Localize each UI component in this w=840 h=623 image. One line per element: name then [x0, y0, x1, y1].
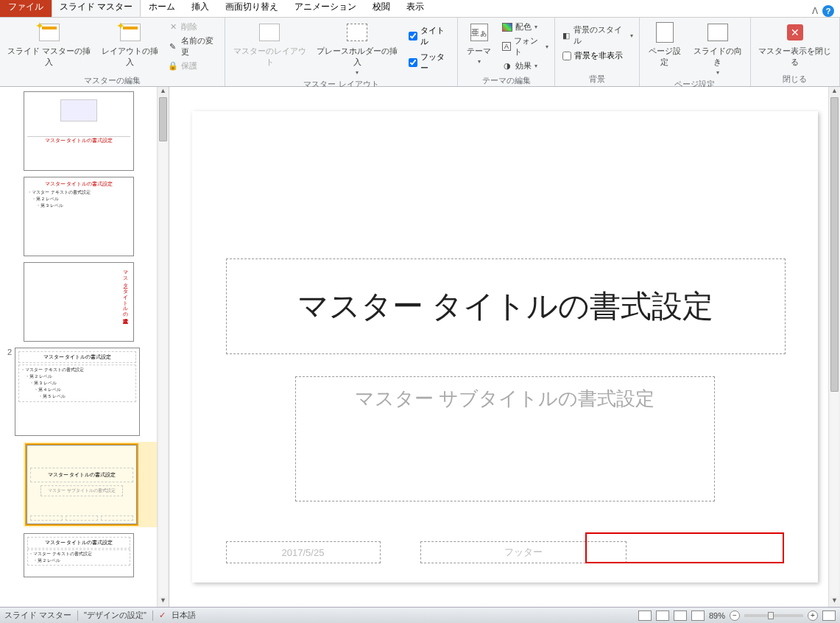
slide-number-placeholder[interactable]: [585, 532, 784, 563]
date-text: 2017/5/25: [282, 547, 325, 558]
thumb-body: ・マスター テキストの書式設定 ・第 2 レベル: [27, 549, 130, 566]
background-style-icon: ◧: [561, 30, 571, 41]
page-setup-button[interactable]: ページ設定: [643, 19, 687, 69]
thumbnail-master-2[interactable]: 2 マスター タイトルの書式設定 ・マスター テキストの書式設定 ・第 2 レベ…: [4, 348, 164, 436]
close-master-view-label: マスター表示を閉じる: [757, 46, 833, 68]
scroll-up-icon[interactable]: ▲: [829, 87, 840, 97]
theme-label: テーマ: [467, 46, 491, 57]
scroll-up-icon[interactable]: ▲: [158, 87, 169, 97]
colors-icon: [502, 23, 512, 32]
insert-placeholder-button[interactable]: プレースホルダーの挿入 ▾: [312, 19, 402, 77]
footer-checkbox-label: フッター: [420, 52, 450, 74]
page-setup-label: ページ設定: [646, 46, 684, 68]
tab-view[interactable]: 表示: [398, 0, 432, 17]
thumb-title: マスター タイトルの書式設定: [30, 468, 133, 482]
tab-file[interactable]: ファイル: [0, 0, 52, 17]
zoom-in-button[interactable]: +: [808, 610, 818, 621]
hide-background-checkbox[interactable]: 背景を非表示: [560, 49, 634, 63]
group-theme-edit: 亜ぁ テーマ ▾ 配色▾ Aフォント▾ ◑効果▾ テーマの編集: [458, 18, 555, 86]
canvas-scrollbar[interactable]: ▲ ▼: [828, 87, 840, 607]
thumbnail-master-1[interactable]: マスター タイトルの書式設定: [24, 91, 164, 171]
colors-button[interactable]: 配色▾: [501, 21, 550, 33]
group-page-setup: ページ設定 スライドの向き ▾ ページ設定: [640, 18, 751, 86]
title-checkbox-label: タイトル: [420, 25, 450, 47]
zoom-level[interactable]: 89%: [709, 611, 725, 620]
help-icon[interactable]: ?: [822, 5, 834, 17]
thumb-image-ph: [60, 99, 97, 122]
insert-layout-button[interactable]: レイアウトの挿入: [96, 19, 163, 69]
effects-button[interactable]: ◑効果▾: [501, 60, 550, 72]
subtitle-text: マスター サブタイトルの書式設定: [355, 386, 654, 412]
thumbnail-layout-2[interactable]: マスタータイトルの書式設定: [24, 262, 164, 342]
master-layout-button: マスターのレイアウト: [228, 19, 311, 69]
insert-placeholder-label: プレースホルダーの挿入: [315, 46, 399, 68]
main-area: マスター タイトルの書式設定 マスター タイトルの書式設定 ・マスター テキスト…: [0, 87, 840, 607]
tab-home[interactable]: ホーム: [141, 0, 183, 17]
chevron-down-icon: ▾: [546, 43, 548, 50]
insert-slide-master-button[interactable]: スライド マスターの挿入: [3, 19, 95, 69]
close-icon: ✕: [787, 24, 803, 41]
colors-label: 配色: [515, 21, 532, 32]
placeholder-icon: [347, 24, 367, 41]
zoom-slider[interactable]: [744, 614, 803, 617]
layout-icon: [120, 24, 141, 41]
group-label-edit-master: マスターの編集: [3, 74, 222, 88]
chevron-down-icon: ▾: [534, 24, 537, 30]
reading-view-button[interactable]: [674, 610, 687, 621]
delete-button[interactable]: ✕削除: [166, 21, 220, 33]
effects-icon: ◑: [502, 61, 512, 71]
slideshow-view-button[interactable]: [691, 610, 705, 621]
title-checkbox[interactable]: タイトル: [406, 24, 453, 49]
rename-button[interactable]: ✎名前の変更: [166, 35, 220, 58]
scroll-down-icon[interactable]: ▼: [158, 596, 169, 607]
rename-icon: ✎: [168, 41, 177, 52]
tab-transition[interactable]: 画面切り替え: [217, 0, 286, 17]
minimize-ribbon-icon[interactable]: ᐱ: [812, 6, 818, 16]
master-layout-label: マスターのレイアウト: [231, 46, 308, 68]
theme-button[interactable]: 亜ぁ テーマ ▾: [461, 19, 498, 66]
tab-animation[interactable]: アニメーション: [286, 0, 364, 17]
subtitle-placeholder[interactable]: マスター サブタイトルの書式設定: [295, 376, 715, 501]
insert-layout-label: レイアウトの挿入: [99, 46, 160, 68]
preserve-button[interactable]: 🔒保護: [166, 60, 220, 72]
status-language[interactable]: 日本語: [172, 610, 196, 621]
thumbnail-layout-1[interactable]: マスター タイトルの書式設定 ・マスター テキストの書式設定 ・第 2 レベル …: [24, 177, 164, 256]
sorter-view-button[interactable]: [656, 610, 669, 621]
tab-slide-master[interactable]: スライド マスター: [52, 0, 141, 17]
zoom-out-button[interactable]: −: [730, 610, 740, 621]
status-bar: スライド マスター "デザインの設定" ✓ 日本語 89% − +: [0, 607, 840, 623]
thumbnail-layout-4[interactable]: マスター タイトルの書式設定 ・マスター テキストの書式設定 ・第 2 レベル: [24, 533, 164, 577]
slide-orientation-button[interactable]: スライドの向き ▾: [688, 19, 747, 77]
master-layout-icon: [259, 24, 280, 41]
tab-review[interactable]: 校閲: [364, 0, 398, 17]
background-style-button[interactable]: ◧背景のスタイル▾: [560, 24, 634, 47]
hide-background-label: 背景を非表示: [574, 50, 623, 61]
scroll-down-icon[interactable]: ▼: [829, 596, 840, 607]
group-label-theme-edit: テーマの編集: [461, 74, 551, 88]
spellcheck-icon[interactable]: ✓: [159, 610, 166, 620]
normal-view-button[interactable]: [638, 610, 652, 621]
chevron-down-icon: ▾: [478, 58, 481, 65]
slide-orientation-label: スライドの向き: [691, 46, 744, 68]
tab-insert[interactable]: 挿入: [183, 0, 217, 17]
thumbnail-scrollbar[interactable]: ▲ ▼: [157, 87, 169, 607]
slide-master-icon: [39, 24, 60, 41]
close-master-view-button[interactable]: ✕ マスター表示を閉じる: [754, 19, 836, 69]
thumb-title: マスター タイトルの書式設定: [18, 351, 136, 363]
thumbnail-layout-3-selected[interactable]: マスター タイトルの書式設定 マスター サブタイトルの書式設定: [24, 442, 164, 527]
group-close: ✕ マスター表示を閉じる 閉じる: [751, 18, 840, 86]
thumb-number: 2: [4, 348, 12, 356]
date-placeholder[interactable]: 2017/5/25: [226, 541, 381, 563]
fonts-button[interactable]: Aフォント▾: [501, 35, 550, 58]
group-label-close: 閉じる: [754, 72, 836, 86]
fonts-label: フォント: [514, 35, 543, 57]
slide-layout[interactable]: マスター タイトルの書式設定 マスター サブタイトルの書式設定 2017/5/2…: [192, 111, 818, 582]
thumb-title-vertical: マスタータイトルの書式設定: [114, 267, 129, 337]
thumb-body: ・マスター テキストの書式設定 ・第 2 レベル ・第 3 レベル: [27, 189, 130, 209]
thumb-title: マスター タイトルの書式設定: [27, 180, 130, 188]
slide-orientation-icon: [707, 24, 728, 41]
title-placeholder[interactable]: マスター タイトルの書式設定: [226, 258, 786, 354]
slide-canvas-area: マスター タイトルの書式設定 マスター サブタイトルの書式設定 2017/5/2…: [169, 87, 840, 607]
footer-checkbox[interactable]: フッター: [406, 50, 453, 75]
fit-to-window-button[interactable]: [822, 610, 836, 621]
